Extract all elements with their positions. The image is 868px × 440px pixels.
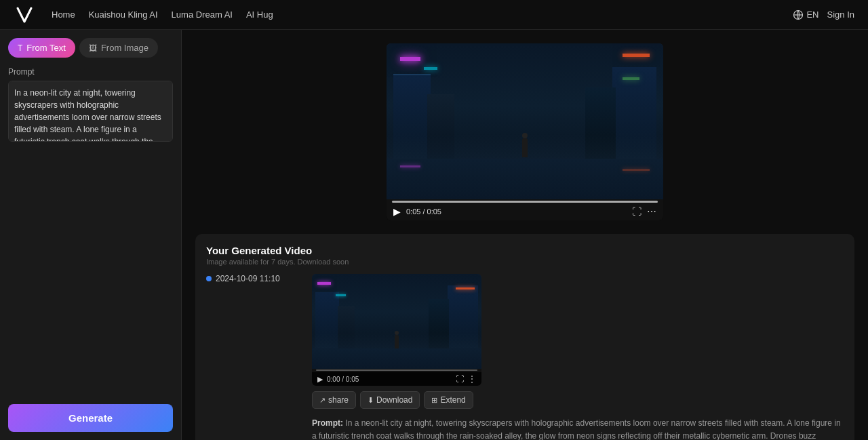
- gen-neon-3: [336, 294, 346, 296]
- prompt-textarea[interactable]: In a neon-lit city at night, towering sk…: [8, 81, 173, 142]
- main-video-section: ▶ 0:05 / 0:05 ⛶ ⋯: [182, 30, 868, 234]
- gen-play-button[interactable]: ▶: [317, 375, 323, 384]
- street-layer: [387, 159, 663, 199]
- prompt-prefix: Prompt:: [312, 418, 343, 428]
- play-button[interactable]: ▶: [393, 206, 401, 217]
- action-buttons: ↗ share ⬇ Download ⊞ Extend: [312, 391, 844, 409]
- nav-home[interactable]: Home: [52, 7, 75, 22]
- download-icon: ⬇: [368, 396, 374, 405]
- nav-kling[interactable]: Kuaishou Kling AI: [89, 7, 158, 22]
- gen-neon-1: [317, 282, 331, 285]
- globe-icon: [793, 9, 804, 20]
- tab-from-text-label: From Text: [26, 43, 66, 53]
- text-icon: T: [18, 43, 22, 53]
- neon-light-2: [424, 67, 437, 70]
- video-progress-track[interactable]: [392, 201, 658, 203]
- tab-row: T From Text 🖼 From Image: [8, 38, 173, 58]
- lang-selector[interactable]: EN: [793, 9, 818, 20]
- fullscreen-icon[interactable]: ⛶: [632, 206, 642, 217]
- video-progress-fill: [392, 201, 658, 203]
- sign-in-button[interactable]: Sign In: [827, 9, 854, 20]
- neon-light-1: [400, 57, 420, 61]
- generated-section: Your Generated Video Image available for…: [195, 234, 854, 440]
- share-icon: ↗: [319, 396, 326, 405]
- download-button[interactable]: ⬇ Download: [360, 391, 420, 409]
- download-label: Download: [376, 395, 412, 405]
- gen-video-frame: [312, 274, 481, 369]
- gen-neon-2: [456, 287, 475, 289]
- video-ctrl-icons: ⛶ ⋯: [632, 206, 656, 217]
- tab-from-image-label: From Image: [101, 43, 149, 53]
- extend-button[interactable]: ⊞ Extend: [424, 391, 473, 409]
- main-video-controls: ▶ 0:05 / 0:05 ⛶ ⋯: [387, 203, 663, 220]
- logo[interactable]: [14, 4, 35, 26]
- extend-icon: ⊞: [431, 396, 437, 405]
- generated-title: Your Generated Video: [206, 245, 844, 256]
- more-options-icon[interactable]: ⋯: [647, 206, 656, 217]
- main-video-container: ▶ 0:05 / 0:05 ⛶ ⋯: [387, 43, 663, 220]
- gen-video-section: ▶ 0:00 / 0:05 ⛶ ⋮ ↗ share ⬇: [312, 274, 844, 440]
- street-reflection-2: [623, 169, 650, 171]
- generated-meta: 2024-10-09 11:10: [206, 274, 301, 440]
- header-right: EN Sign In: [793, 9, 854, 20]
- share-label: share: [328, 395, 349, 405]
- gen-fullscreen-icon[interactable]: ⛶: [456, 374, 464, 384]
- generated-body: 2024-10-09 11:10: [206, 274, 844, 440]
- sidebar: T From Text 🖼 From Image Prompt In a neo…: [0, 30, 182, 440]
- tab-from-image[interactable]: 🖼 From Image: [79, 38, 158, 58]
- image-icon: 🖼: [89, 43, 97, 53]
- gen-video-time: 0:00 / 0:05: [327, 376, 452, 383]
- main-video-frame: [387, 43, 663, 199]
- generated-date: 2024-10-09 11:10: [216, 274, 280, 283]
- street-reflection-1: [400, 165, 420, 167]
- gen-more-icon[interactable]: ⋮: [468, 374, 476, 384]
- prompt-body-text: In a neon-lit city at night, towering sk…: [312, 418, 841, 440]
- video-time: 0:05 / 0:05: [406, 207, 627, 216]
- prompt-display: Prompt: In a neon-lit city at night, tow…: [312, 417, 844, 440]
- extend-label: Extend: [440, 395, 465, 405]
- header: Home Kuaishou Kling AI Luma Dream AI AI …: [0, 0, 868, 30]
- nav-aihug[interactable]: AI Hug: [246, 7, 273, 22]
- nav-luma[interactable]: Luma Dream AI: [172, 7, 233, 22]
- gen-lone-figure: [395, 335, 399, 348]
- generate-button[interactable]: Generate: [8, 404, 173, 432]
- share-button[interactable]: ↗ share: [312, 391, 356, 409]
- lang-label: EN: [806, 9, 818, 20]
- generated-subtitle: Image available for 7 days. Download soo…: [206, 258, 844, 266]
- gen-video-controls: ▶ 0:00 / 0:05 ⛶ ⋮: [312, 372, 481, 386]
- neon-light-3: [623, 54, 650, 57]
- main-layout: T From Text 🖼 From Image Prompt In a neo…: [0, 30, 868, 440]
- gen-video-wrap: ▶ 0:00 / 0:05 ⛶ ⋮: [312, 274, 481, 386]
- tab-from-text[interactable]: T From Text: [8, 38, 75, 58]
- nav: Home Kuaishou Kling AI Luma Dream AI AI …: [52, 7, 793, 22]
- status-dot: [206, 276, 212, 281]
- lone-figure: [522, 138, 528, 157]
- prompt-label: Prompt: [8, 67, 173, 77]
- gen-progress-track[interactable]: [316, 369, 477, 371]
- gen-street: [312, 348, 481, 369]
- content-area: ▶ 0:05 / 0:05 ⛶ ⋯ Your Generated Video I…: [182, 30, 868, 440]
- generated-date-row: 2024-10-09 11:10: [206, 274, 301, 283]
- neon-light-4: [623, 77, 639, 80]
